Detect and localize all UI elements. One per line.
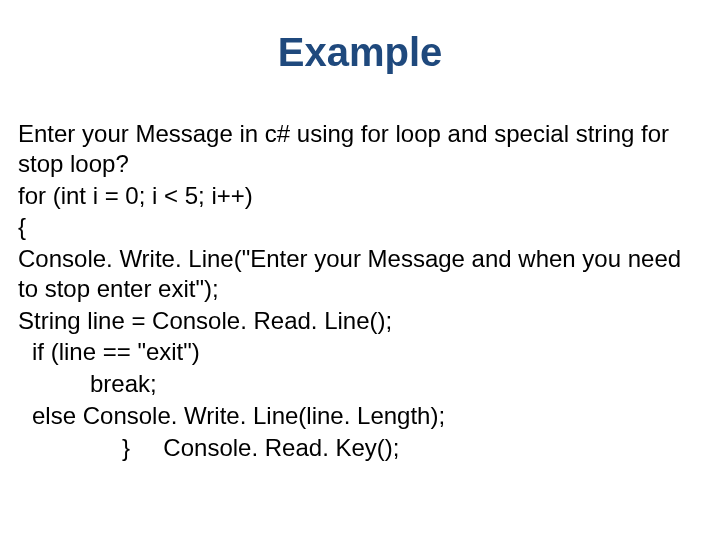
code-line: if (line == "exit") bbox=[18, 337, 702, 367]
code-line: { bbox=[18, 212, 702, 242]
code-line: for (int i = 0; i < 5; i++) bbox=[18, 181, 702, 211]
slide: Example Enter your Message in c# using f… bbox=[0, 0, 720, 540]
code-line: else Console. Write. Line(line. Length); bbox=[18, 401, 702, 431]
slide-body: Enter your Message in c# using for loop … bbox=[18, 119, 702, 462]
code-brace: } bbox=[122, 434, 130, 461]
code-line: String line = Console. Read. Line(); bbox=[18, 306, 702, 336]
question-line: Enter your Message in c# using for loop … bbox=[18, 119, 702, 179]
code-line: Console. Write. Line("Enter your Message… bbox=[18, 244, 702, 304]
code-line: } Console. Read. Key(); bbox=[18, 433, 702, 463]
code-call: Console. Read. Key(); bbox=[163, 434, 399, 461]
slide-title: Example bbox=[18, 30, 702, 75]
code-line: break; bbox=[18, 369, 702, 399]
